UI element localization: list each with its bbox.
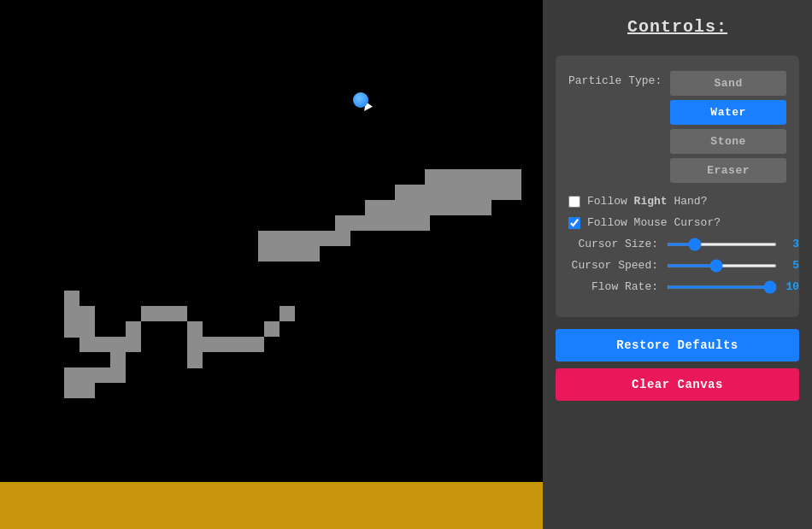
cursor-size-value: 3 xyxy=(782,238,799,250)
cursor-speed-slider[interactable] xyxy=(667,264,777,267)
cursor-indicator xyxy=(353,92,368,108)
follow-mouse-checkbox[interactable] xyxy=(568,217,580,229)
sand-layer xyxy=(0,482,543,529)
cursor-size-row: Cursor Size: 3 xyxy=(568,238,786,250)
sand-button[interactable]: Sand xyxy=(670,71,786,96)
particle-buttons-group: Sand Water Stone Eraser xyxy=(670,71,786,183)
flow-rate-slider[interactable] xyxy=(667,285,777,289)
follow-right-hand-row: Follow Right Hand? xyxy=(568,195,786,208)
flow-rate-label: Flow Rate: xyxy=(568,280,658,293)
simulation-canvas[interactable] xyxy=(0,0,543,529)
controls-heading: Controls: xyxy=(627,17,727,37)
particle-type-label: Particle Type: xyxy=(568,71,662,87)
flow-rate-value: 10 xyxy=(782,280,799,293)
cursor-size-slider[interactable] xyxy=(667,243,777,246)
cursor-speed-value: 5 xyxy=(782,259,799,272)
clear-canvas-button[interactable]: Clear Canvas xyxy=(556,368,799,401)
water-button[interactable]: Water xyxy=(670,100,786,125)
follow-mouse-row: Follow Mouse Cursor? xyxy=(568,216,786,229)
follow-right-hand-checkbox[interactable] xyxy=(568,196,580,208)
follow-mouse-label[interactable]: Follow Mouse Cursor? xyxy=(587,216,721,229)
restore-defaults-button[interactable]: Restore Defaults xyxy=(556,329,799,361)
particle-type-row: Particle Type: Sand Water Stone Eraser xyxy=(568,71,786,183)
cursor-speed-label: Cursor Speed: xyxy=(568,259,658,272)
follow-right-hand-label[interactable]: Follow Right Hand? xyxy=(587,195,707,208)
flow-rate-row: Flow Rate: 10 xyxy=(568,280,786,293)
stone-button[interactable]: Stone xyxy=(670,129,786,154)
right-underline: Right xyxy=(634,195,668,208)
controls-inner-panel: Particle Type: Sand Water Stone Eraser F… xyxy=(556,56,799,317)
controls-panel: Controls: Particle Type: Sand Water Ston… xyxy=(543,0,812,529)
eraser-button[interactable]: Eraser xyxy=(670,158,786,183)
cursor-size-label: Cursor Size: xyxy=(568,238,658,250)
cursor-speed-row: Cursor Speed: 5 xyxy=(568,259,786,272)
